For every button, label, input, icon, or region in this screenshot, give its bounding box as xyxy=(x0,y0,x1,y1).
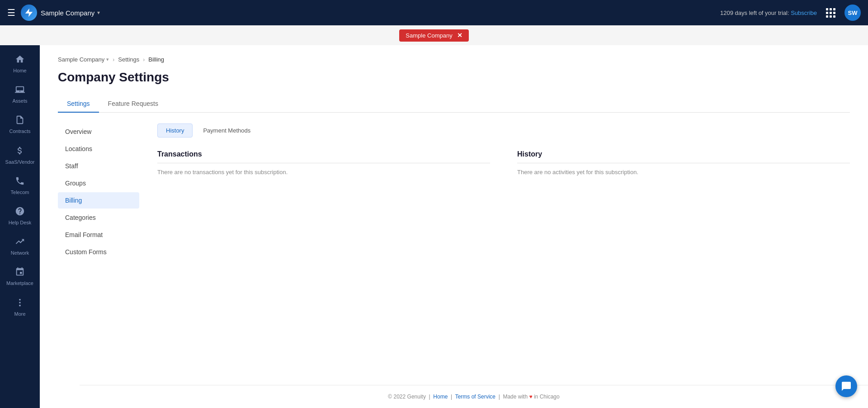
sidebar-item-label: Marketplace xyxy=(6,280,33,286)
sidebar-item-telecom[interactable]: Telecom xyxy=(0,171,40,201)
topbar: ☰ Sample Company ▾ 1209 days left of you… xyxy=(0,0,868,25)
sidebar: Home Assets Contracts SaaS/Vendor Teleco… xyxy=(0,45,40,408)
company-tag-bar: Sample Company ✕ xyxy=(0,25,868,45)
svg-point-0 xyxy=(19,302,21,304)
sidebar-item-saas-vendor[interactable]: SaaS/Vendor xyxy=(0,140,40,171)
sidebar-item-label: Network xyxy=(11,250,29,256)
history-title: History xyxy=(517,150,850,163)
sidebar-item-marketplace[interactable]: Marketplace xyxy=(0,261,40,292)
heart-icon: ♥ xyxy=(529,394,532,400)
settings-nav-custom-forms[interactable]: Custom Forms xyxy=(58,244,139,260)
footer: © 2022 Genuity | Home | Terms of Service… xyxy=(80,385,868,408)
tab-settings[interactable]: Settings xyxy=(58,95,99,113)
sidebar-item-home[interactable]: Home xyxy=(0,49,40,79)
sub-tab-history[interactable]: History xyxy=(157,123,193,138)
tab-feature-requests[interactable]: Feature Requests xyxy=(99,95,167,113)
settings-nav-groups[interactable]: Groups xyxy=(58,175,139,191)
company-selector[interactable]: Sample Company ▾ xyxy=(41,9,100,17)
chat-icon xyxy=(841,381,852,392)
sub-tab-payment-methods[interactable]: Payment Methods xyxy=(194,123,259,138)
sidebar-item-label: Telecom xyxy=(11,190,29,195)
sidebar-item-network[interactable]: Network xyxy=(0,231,40,261)
settings-nav-billing[interactable]: Billing xyxy=(58,192,139,209)
network-icon xyxy=(15,237,25,248)
settings-nav-categories[interactable]: Categories xyxy=(58,209,139,226)
company-tag-label: Sample Company xyxy=(406,32,452,39)
footer-location: in Chicago xyxy=(534,394,560,400)
transactions-empty: There are no transactions yet for this s… xyxy=(157,169,490,176)
sidebar-item-more[interactable]: More xyxy=(0,292,40,323)
contracts-icon xyxy=(15,115,25,127)
grid-icon[interactable] xyxy=(824,6,837,19)
saas-vendor-icon xyxy=(15,146,25,157)
sidebar-item-label: More xyxy=(14,311,25,317)
company-tag: Sample Company ✕ xyxy=(399,29,468,42)
history-section: History There are no activities yet for … xyxy=(517,150,850,176)
topbar-right: 1209 days left of your trial: Subscribe … xyxy=(720,5,861,21)
topbar-company-name: Sample Company xyxy=(41,9,94,17)
footer-tos-link[interactable]: Terms of Service xyxy=(455,394,495,400)
history-empty: There are no activities yet for this sub… xyxy=(517,169,850,176)
chat-bubble[interactable] xyxy=(835,375,857,397)
sidebar-item-label: SaaS/Vendor xyxy=(5,159,35,165)
sidebar-item-label: Assets xyxy=(12,98,27,104)
assets-icon xyxy=(15,85,25,96)
hamburger-icon[interactable]: ☰ xyxy=(7,7,15,18)
footer-made-with: Made with xyxy=(503,394,528,400)
footer-copyright: © 2022 Genuity xyxy=(388,394,426,400)
breadcrumb-billing: Billing xyxy=(148,56,164,63)
breadcrumb-sep1: › xyxy=(113,57,114,63)
trial-text: 1209 days left of your trial: Subscribe xyxy=(720,9,817,16)
billing-sub-tabs: HistoryPayment Methods xyxy=(157,123,850,138)
subscribe-link[interactable]: Subscribe xyxy=(791,9,817,16)
settings-nav-locations[interactable]: Locations xyxy=(58,141,139,157)
app-logo xyxy=(21,5,37,21)
footer-home-link[interactable]: Home xyxy=(433,394,448,400)
sidebar-item-label: Contracts xyxy=(9,128,30,134)
main-layout: Home Assets Contracts SaaS/Vendor Teleco… xyxy=(0,45,868,408)
company-chevron-icon: ▾ xyxy=(97,9,100,16)
sidebar-item-assets[interactable]: Assets xyxy=(0,79,40,109)
telecom-icon xyxy=(15,176,25,188)
helpdesk-icon xyxy=(15,206,25,218)
sidebar-item-contracts[interactable]: Contracts xyxy=(0,109,40,140)
breadcrumb-chevron-icon: ▾ xyxy=(106,57,109,62)
breadcrumb: Sample Company ▾ › Settings › Billing xyxy=(58,56,850,63)
content-area: Sample Company ▾ › Settings › Billing Co… xyxy=(40,45,868,385)
page-title: Company Settings xyxy=(58,70,850,85)
billing-content: HistoryPayment Methods Transactions Ther… xyxy=(148,123,850,261)
settings-nav: OverviewLocationsStaffGroupsBillingCateg… xyxy=(58,123,148,261)
main-tabs-bar: SettingsFeature Requests xyxy=(58,95,850,113)
breadcrumb-settings[interactable]: Settings xyxy=(118,56,139,63)
more-icon xyxy=(15,298,25,309)
settings-layout: OverviewLocationsStaffGroupsBillingCateg… xyxy=(58,113,850,261)
settings-nav-overview[interactable]: Overview xyxy=(58,123,139,140)
svg-point-1 xyxy=(19,299,21,300)
sidebar-item-label: Help Desk xyxy=(9,220,32,226)
close-icon[interactable]: ✕ xyxy=(457,32,462,38)
settings-nav-email-format[interactable]: Email Format xyxy=(58,227,139,243)
sidebar-item-helpdesk[interactable]: Help Desk xyxy=(0,201,40,231)
avatar[interactable]: SW xyxy=(844,5,861,21)
breadcrumb-company[interactable]: Sample Company ▾ xyxy=(58,56,109,63)
logo-icon xyxy=(24,8,34,18)
sidebar-item-label: Home xyxy=(13,68,26,74)
transactions-title: Transactions xyxy=(157,150,490,163)
home-icon xyxy=(15,54,25,66)
billing-sections: Transactions There are no transactions y… xyxy=(157,150,850,176)
marketplace-icon xyxy=(15,267,25,279)
transactions-section: Transactions There are no transactions y… xyxy=(157,150,490,176)
svg-point-2 xyxy=(19,304,21,306)
main-content: Sample Company ▾ › Settings › Billing Co… xyxy=(40,45,868,408)
settings-nav-staff[interactable]: Staff xyxy=(58,158,139,174)
breadcrumb-sep2: › xyxy=(143,57,145,63)
